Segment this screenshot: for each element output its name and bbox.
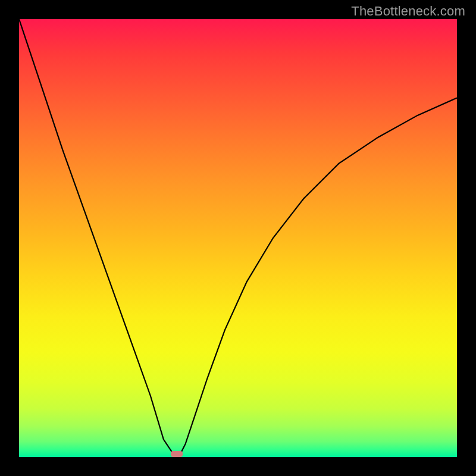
minimum-marker bbox=[171, 451, 183, 457]
bottleneck-curve bbox=[19, 19, 457, 457]
plot-area bbox=[19, 19, 457, 457]
curve-svg bbox=[19, 19, 457, 457]
chart-frame: TheBottleneck.com bbox=[0, 0, 476, 476]
watermark-text: TheBottleneck.com bbox=[351, 4, 465, 19]
